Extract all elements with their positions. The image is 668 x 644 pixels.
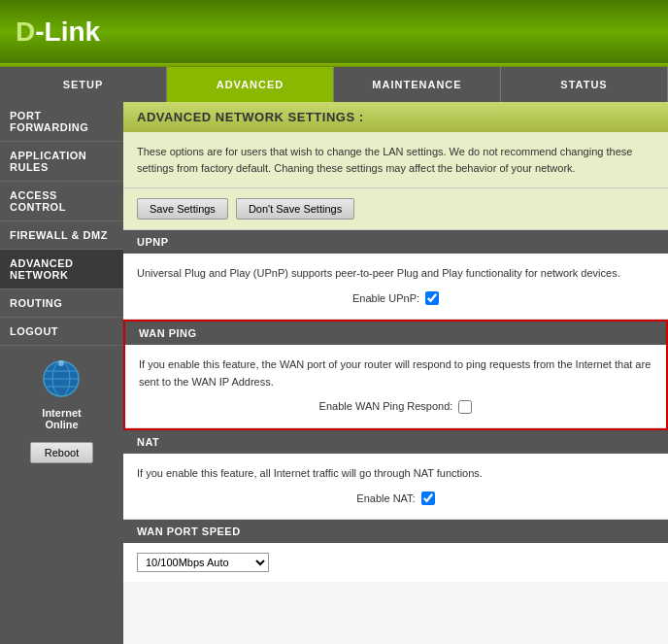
sidebar-item-routing[interactable]: ROUTING xyxy=(0,289,123,318)
logo: D-Link xyxy=(16,17,100,48)
upnp-section-body: Universal Plug and Play (UPnP) supports … xyxy=(123,254,668,320)
upnp-description: Universal Plug and Play (UPnP) supports … xyxy=(137,265,654,283)
page-description: These options are for users that wish to… xyxy=(123,132,668,188)
wan-ping-enable-checkbox[interactable] xyxy=(458,400,472,414)
internet-label-line2: Online xyxy=(42,419,81,430)
dont-save-settings-button[interactable]: Don't Save Settings xyxy=(236,198,354,220)
main-layout: PORT FORWARDING APPLICATION RULES ACCESS… xyxy=(0,102,668,644)
nat-enable-checkbox[interactable] xyxy=(421,491,435,505)
internet-status-label: Internet Online xyxy=(42,407,81,430)
reboot-button[interactable]: Reboot xyxy=(30,442,93,463)
tab-maintenance[interactable]: MAINTENANCE xyxy=(334,67,501,102)
upnp-enable-checkbox[interactable] xyxy=(425,291,439,305)
sidebar: PORT FORWARDING APPLICATION RULES ACCESS… xyxy=(0,102,123,644)
page-title: ADVANCED NETWORK SETTINGS : xyxy=(123,102,668,132)
sidebar-item-advanced-network[interactable]: ADVANCED NETWORK xyxy=(0,250,123,289)
sidebar-item-access-control[interactable]: ACCESS CONTROL xyxy=(0,182,123,221)
tab-setup[interactable]: SETUP xyxy=(0,67,167,102)
wan-ping-section-header: WAN PING xyxy=(125,322,666,345)
globe-icon xyxy=(40,357,84,401)
content-area: ADVANCED NETWORK SETTINGS : These option… xyxy=(123,102,668,644)
nat-field-row: Enable NAT: xyxy=(137,491,654,508)
nat-section-body: If you enable this feature, all Internet… xyxy=(123,454,668,520)
wan-port-speed-body: 10/100Mbps Auto 10Mbps Half-Duplex 10Mbp… xyxy=(123,543,668,582)
wan-port-speed-select[interactable]: 10/100Mbps Auto 10Mbps Half-Duplex 10Mbp… xyxy=(137,553,269,572)
tab-status[interactable]: STATUS xyxy=(501,67,668,102)
internet-widget: Internet Online Reboot xyxy=(0,346,123,475)
svg-point-5 xyxy=(58,360,64,366)
nav-tabs: SETUP ADVANCED MAINTENANCE STATUS xyxy=(0,67,668,102)
sidebar-item-application-rules[interactable]: APPLICATION RULES xyxy=(0,142,123,182)
wan-port-speed-header: WAN PORT SPEED xyxy=(123,520,668,543)
wan-ping-field-row: Enable WAN Ping Respond: xyxy=(139,398,652,416)
internet-label-line1: Internet xyxy=(42,407,81,419)
description-text: These options are for users that wish to… xyxy=(137,144,654,176)
upnp-section: UPNP Universal Plug and Play (UPnP) supp… xyxy=(123,230,668,320)
upnp-section-header: UPNP xyxy=(123,230,668,254)
upnp-field-row: Enable UPnP: xyxy=(137,290,654,308)
save-settings-button[interactable]: Save Settings xyxy=(137,198,228,220)
sidebar-item-port-forwarding[interactable]: PORT FORWARDING xyxy=(0,102,123,142)
sidebar-item-logout[interactable]: LOGOUT xyxy=(0,318,123,346)
sidebar-item-firewall-dmz[interactable]: FIREWALL & DMZ xyxy=(0,221,123,250)
wan-port-speed-section: WAN PORT SPEED 10/100Mbps Auto 10Mbps Ha… xyxy=(123,520,668,582)
action-buttons: Save Settings Don't Save Settings xyxy=(123,188,668,230)
nat-section: NAT If you enable this feature, all Inte… xyxy=(123,430,668,520)
wan-ping-enable-label: Enable WAN Ping Respond: xyxy=(319,398,453,416)
wan-ping-description: If you enable this feature, the WAN port… xyxy=(139,356,652,390)
nat-enable-label: Enable NAT: xyxy=(356,491,415,508)
wan-ping-section: WAN PING If you enable this feature, the… xyxy=(123,320,668,430)
wan-ping-section-body: If you enable this feature, the WAN port… xyxy=(125,345,666,428)
upnp-enable-label: Enable UPnP: xyxy=(352,290,419,308)
header: D-Link xyxy=(0,0,668,63)
nat-section-header: NAT xyxy=(123,430,668,454)
nat-description: If you enable this feature, all Internet… xyxy=(137,465,654,483)
tab-advanced[interactable]: ADVANCED xyxy=(167,67,334,102)
